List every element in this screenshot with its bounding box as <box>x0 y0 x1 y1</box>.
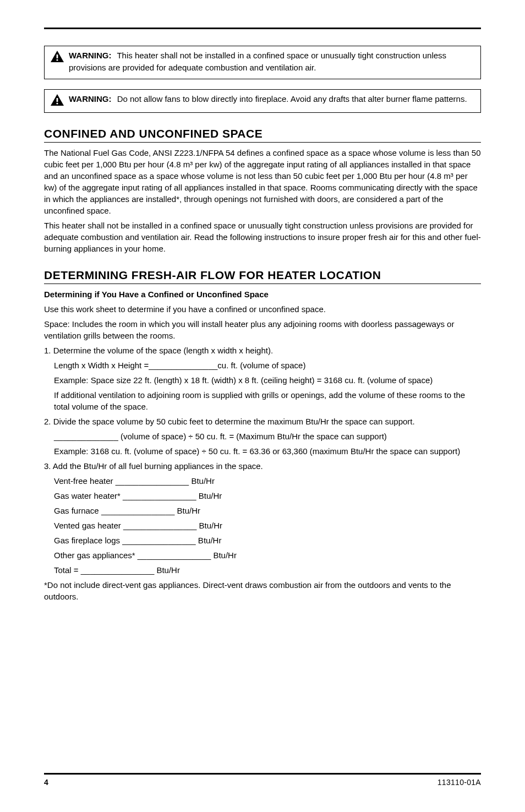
paragraph: Use this work sheet to determine if you … <box>44 303 481 315</box>
svg-point-3 <box>56 102 58 104</box>
svg-point-1 <box>56 59 58 61</box>
paragraph: Gas furnace ________________ Btu/Hr <box>44 505 481 516</box>
paragraph: 2. Divide the space volume by 50 cubic f… <box>44 416 481 427</box>
paragraph: Vented gas heater ________________ Btu/H… <box>44 520 481 531</box>
paragraph: 3. Add the Btu/Hr of all fuel burning ap… <box>44 460 481 472</box>
section-rule <box>44 142 481 143</box>
paragraph: Gas fireplace logs ________________ Btu/… <box>44 535 481 546</box>
paragraph: Determining if You Have a Confined or Un… <box>44 288 481 300</box>
callout-body: This heater shall not be installed in a … <box>69 51 446 72</box>
top-rule <box>44 28 481 29</box>
section-rule <box>44 284 481 284</box>
warning-triangle-icon <box>50 50 64 63</box>
warning-triangle-icon <box>50 94 64 107</box>
paragraph: Length x Width x Height =_______________… <box>44 359 481 371</box>
section-fresh-air-flow: DETERMINING FRESH-AIR FLOW FOR HEATER LO… <box>44 269 481 602</box>
paragraph: Gas water heater* ________________ Btu/H… <box>44 490 481 502</box>
callout-body: Do not allow fans to blow directly into … <box>117 94 467 103</box>
bottom-rule <box>44 773 481 775</box>
page-footer: 4 113110-01A <box>44 773 481 787</box>
paragraph: Example: Space size 22 ft. (length) x 18… <box>44 374 481 386</box>
callout-title: WARNING: <box>69 94 112 103</box>
svg-rect-0 <box>57 55 58 58</box>
paragraph: Space: Includes the room in which you wi… <box>44 318 481 341</box>
paragraph: Vent-free heater ________________ Btu/Hr <box>44 475 481 487</box>
paragraph: Example: 3168 cu. ft. (volume of space) … <box>44 445 481 457</box>
paragraph: 1. Determine the volume of the space (le… <box>44 345 481 356</box>
svg-rect-2 <box>57 98 58 102</box>
paragraph: If additional ventilation to adjoining r… <box>44 389 481 412</box>
page: WARNING: This heater shall not be instal… <box>0 0 525 812</box>
document-number: 113110-01A <box>438 778 481 787</box>
paragraph: This heater shall not be installed in a … <box>44 220 481 254</box>
section-heading: DETERMINING FRESH-AIR FLOW FOR HEATER LO… <box>44 269 481 282</box>
callout-warning-2: WARNING: Do not allow fans to blow direc… <box>44 89 481 113</box>
paragraph: ______________ (volume of space) ÷ 50 cu… <box>44 430 481 442</box>
paragraph: Total = ________________ Btu/Hr <box>44 564 481 576</box>
page-number: 4 <box>44 778 48 787</box>
callout-warning-1: WARNING: This heater shall not be instal… <box>44 46 481 79</box>
callout-title: WARNING: <box>69 51 112 60</box>
paragraph: Other gas appliances* ________________ B… <box>44 549 481 561</box>
section-heading: CONFINED AND UNCONFINED SPACE <box>44 127 481 140</box>
section-confined-unconfined: CONFINED AND UNCONFINED SPACE The Nation… <box>44 127 481 254</box>
paragraph: *Do not include direct-vent gas applianc… <box>44 579 481 602</box>
paragraph: The National Fuel Gas Code, ANSI Z223.1/… <box>44 147 481 216</box>
